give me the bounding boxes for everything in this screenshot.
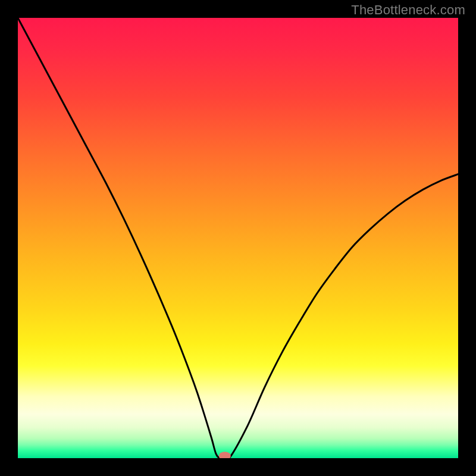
- min-marker: [219, 452, 231, 458]
- chart-frame: TheBottleneck.com: [0, 0, 476, 476]
- plot-area: [18, 18, 458, 458]
- curve-svg: [18, 18, 458, 458]
- watermark-text: TheBottleneck.com: [351, 2, 465, 18]
- bottleneck-curve-path: [18, 18, 458, 458]
